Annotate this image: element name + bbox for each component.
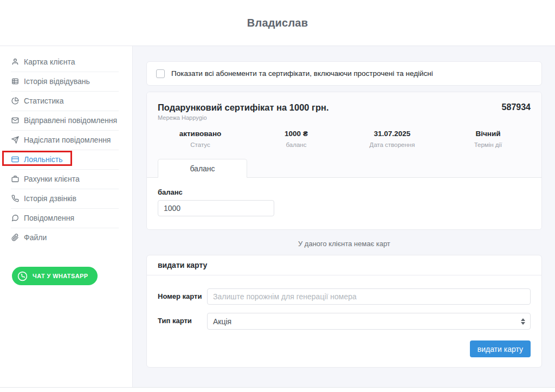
sidebar: Картка клієнта Історія відвідувань Стати… — [0, 46, 133, 387]
certificate-card: Подарунковий сертифікат на 1000 грн. Мер… — [146, 92, 542, 230]
sidebar-item-sent-messages[interactable]: Відправлені повідомлення — [11, 111, 119, 131]
balance-field-label: баланс — [158, 188, 531, 196]
credit-card-icon — [11, 156, 19, 163]
whatsapp-chat-button[interactable]: ЧАТ У WHATSAPP — [12, 267, 98, 285]
sidebar-item-loyalty[interactable]: Лояльність — [11, 150, 119, 170]
sidebar-item-visit-history[interactable]: Історія відвідувань — [11, 72, 119, 92]
certificate-number: 587934 — [502, 102, 531, 112]
paper-plane-icon — [11, 136, 19, 144]
sidebar-item-statistics[interactable]: Статистика — [11, 92, 119, 111]
sidebar-item-send-message[interactable]: Надіслати повідомлення — [11, 131, 119, 150]
sidebar-item-label: Повідомлення — [24, 214, 74, 222]
briefcase-icon — [11, 175, 19, 183]
show-all-checkbox[interactable] — [156, 69, 165, 78]
card-type-selected-value: Акція — [213, 317, 231, 326]
sidebar-item-label: Файли — [24, 233, 47, 242]
filter-card: Показати всі абонементи та сертифікати, … — [146, 61, 542, 86]
stat-status: активовано Статус — [152, 130, 248, 148]
show-all-checkbox-label: Показати всі абонементи та сертифікати, … — [171, 69, 433, 78]
certificate-network: Мережа Happygio — [158, 114, 329, 121]
stat-created-date: 31.07.2025 Дата створення — [344, 130, 440, 148]
stat-label: Дата створення — [344, 142, 440, 148]
chat-bubble-icon — [11, 214, 19, 222]
sidebar-item-label: Історія дзвінків — [24, 194, 76, 203]
sidebar-item-label: Статистика — [24, 97, 64, 105]
stat-validity: Вічний Термін дії — [440, 130, 536, 148]
stat-label: Термін дії — [440, 142, 536, 148]
whatsapp-icon — [17, 271, 28, 282]
phone-icon — [11, 195, 19, 202]
layout: Картка клієнта Історія відвідувань Стати… — [0, 46, 555, 388]
card-number-row: Номер карти — [158, 288, 531, 305]
sidebar-item-label: Історія відвідувань — [24, 77, 90, 86]
balance-tab-panel: баланс — [147, 178, 541, 229]
no-cards-text: У даного клієнта немає карт — [146, 240, 542, 248]
card-type-select[interactable]: Акція — [207, 313, 531, 330]
certificate-header: Подарунковий сертифікат на 1000 грн. Мер… — [147, 92, 541, 121]
issue-card-panel: видати карту Номер карти Тип карти Акція… — [146, 255, 542, 368]
card-number-input[interactable] — [207, 288, 531, 305]
sidebar-item-files[interactable]: Файли — [11, 228, 119, 247]
page-header: Владислав — [0, 0, 555, 46]
stat-balance: 1000 ₴ баланс — [248, 130, 344, 148]
stat-value: Вічний — [440, 130, 536, 138]
issue-card-button[interactable]: видати карту — [470, 340, 531, 357]
stat-value: активовано — [152, 130, 248, 138]
sidebar-item-messages[interactable]: Повідомлення — [11, 209, 119, 228]
sidebar-item-label: Лояльність — [24, 155, 63, 164]
sidebar-item-client-accounts[interactable]: Рахунки клієнта — [11, 170, 119, 189]
pie-chart-icon — [11, 97, 19, 105]
stat-value: 31.07.2025 — [344, 130, 440, 138]
select-arrows-icon — [521, 318, 525, 325]
page-title: Владислав — [247, 17, 308, 29]
balance-input[interactable] — [158, 200, 274, 216]
whatsapp-button-label: ЧАТ У WHATSAPP — [33, 273, 88, 279]
issue-card-actions: видати карту — [158, 340, 531, 357]
user-icon — [11, 58, 19, 66]
card-number-label: Номер карти — [158, 288, 207, 300]
certificate-stats: активовано Статус 1000 ₴ баланс 31.07.20… — [147, 121, 541, 151]
main-content: Показати всі абонементи та сертифікати, … — [133, 46, 555, 387]
certificate-tabs: баланс — [147, 151, 541, 178]
sidebar-item-call-history[interactable]: Історія дзвінків — [11, 189, 119, 209]
stat-value: 1000 ₴ — [248, 130, 344, 138]
card-type-label: Тип карти — [158, 313, 207, 325]
paperclip-icon — [11, 234, 19, 241]
sidebar-item-client-card[interactable]: Картка клієнта — [11, 53, 119, 72]
sidebar-item-label: Відправлені повідомлення — [24, 116, 117, 125]
card-type-row: Тип карти Акція — [158, 313, 531, 330]
issue-card-title: видати карту — [147, 255, 541, 275]
issue-card-form: Номер карти Тип карти Акція видати карту — [147, 275, 541, 367]
stat-label: баланс — [248, 142, 344, 148]
envelope-icon — [11, 117, 19, 124]
sidebar-item-label: Картка клієнта — [24, 57, 75, 66]
certificate-summary: Подарунковий сертифікат на 1000 грн. Мер… — [147, 92, 541, 178]
sidebar-item-label: Рахунки клієнта — [24, 175, 80, 183]
sidebar-item-label: Надіслати повідомлення — [24, 136, 111, 144]
stat-label: Статус — [152, 142, 248, 148]
table-icon — [11, 78, 19, 85]
certificate-title: Подарунковий сертифікат на 1000 грн. — [158, 102, 329, 113]
tab-balance[interactable]: баланс — [158, 159, 247, 178]
sidebar-menu: Картка клієнта Історія відвідувань Стати… — [11, 53, 119, 247]
